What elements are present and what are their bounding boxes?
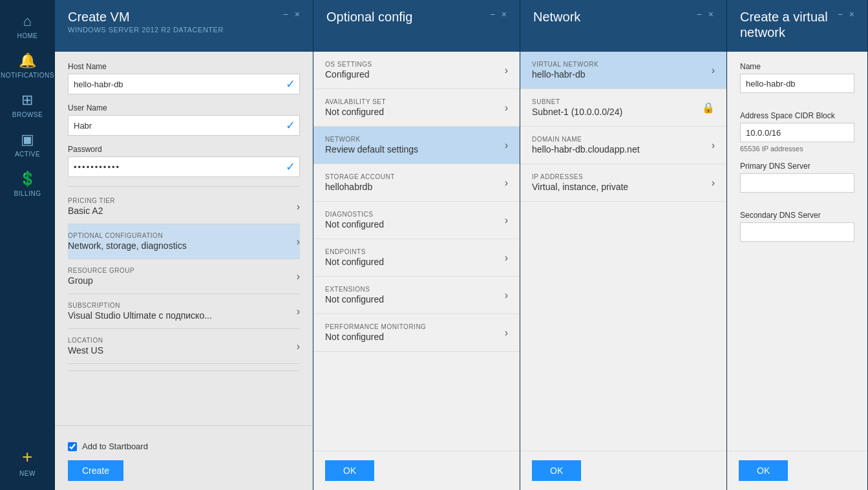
availability-set-item[interactable]: AVAILABILITY SET Not configured › <box>313 89 520 127</box>
domain-name-label: DOMAIN NAME <box>532 136 640 143</box>
optional-config-row[interactable]: OPTIONAL CONFIGURATION Network, storage,… <box>68 224 300 259</box>
notifications-icon: 🔔 <box>19 52 37 69</box>
optional-minimize-button[interactable]: − <box>490 9 495 19</box>
virtual-network-item[interactable]: VIRTUAL NETWORK hello-habr-db › <box>520 52 726 89</box>
optional-config-arrow-icon: › <box>297 236 300 248</box>
user-name-input[interactable] <box>69 118 286 133</box>
vnet-panel-header: Create a virtual network − × <box>727 0 867 52</box>
performance-monitoring-label: PERFORMANCE MONITORING <box>325 323 426 330</box>
vnet-cidr-input[interactable] <box>740 123 854 142</box>
performance-monitoring-text: PERFORMANCE MONITORING Not configured <box>325 323 426 342</box>
network-panel-title-block: Network <box>533 9 580 25</box>
subscription-label: SUBSCRIPTION <box>68 302 212 309</box>
ip-addresses-item[interactable]: IP ADDRESSES Virtual, instance, private … <box>520 164 726 202</box>
storage-account-item[interactable]: STORAGE ACCOUNT hellohabrdb › <box>313 164 520 202</box>
vnet-cidr-group: Address Space CIDR Block 65536 IP addres… <box>740 111 854 153</box>
location-row[interactable]: LOCATION West US › <box>68 329 300 364</box>
close-button[interactable]: × <box>295 9 300 19</box>
create-vm-panel: Create VM WINDOWS SERVER 2012 R2 DATACEN… <box>55 0 313 490</box>
password-input[interactable] <box>69 160 286 175</box>
startboard-row: Add to Startboard <box>68 442 300 451</box>
network-arrow-icon: › <box>505 140 508 151</box>
location-text: LOCATION West US <box>68 337 103 356</box>
optional-ok-button[interactable]: OK <box>325 460 374 481</box>
domain-name-text: DOMAIN NAME hello-habr-db.cloudapp.net <box>532 136 640 154</box>
host-name-input-wrap: ✓ <box>68 74 300 94</box>
optional-close-button[interactable]: × <box>502 9 507 19</box>
sidebar-item-notifications[interactable]: 🔔 NOTIFICATIONS <box>0 46 55 85</box>
location-value: West US <box>68 345 103 356</box>
create-vm-footer: Add to Startboard Create <box>55 425 313 490</box>
billing-icon: 💲 <box>19 171 37 187</box>
vnet-minimize-button[interactable]: − <box>838 9 843 19</box>
diagnostics-item[interactable]: DIAGNOSTICS Not configured › <box>313 202 520 239</box>
resource-group-row[interactable]: RESOURCE GROUP Group › <box>68 259 300 294</box>
vnet-ok-button[interactable]: OK <box>739 460 788 481</box>
network-ok-button[interactable]: OK <box>532 460 581 481</box>
extensions-item[interactable]: EXTENSIONS Not configured › <box>313 277 520 314</box>
vnet-panel-title: Create a virtual network <box>740 9 838 40</box>
optional-config-value: Network, storage, diagnostics <box>68 240 187 251</box>
endpoints-text: ENDPOINTS Not configured <box>325 248 384 267</box>
endpoints-item[interactable]: ENDPOINTS Not configured › <box>313 239 520 277</box>
domain-name-item[interactable]: DOMAIN NAME hello-habr-db.cloudapp.net › <box>520 127 726 164</box>
availability-set-value: Not configured <box>325 107 386 117</box>
network-minimize-button[interactable]: − <box>697 9 702 19</box>
vnet-form: Name Address Space CIDR Block 65536 IP a… <box>727 52 867 451</box>
vnet-name-input[interactable] <box>740 74 854 93</box>
subscription-row[interactable]: SUBSCRIPTION Visual Studio Ultimate с по… <box>68 294 300 329</box>
os-settings-item[interactable]: OS SETTINGS Configured › <box>313 52 520 89</box>
host-name-input[interactable] <box>69 77 286 92</box>
performance-monitoring-item[interactable]: PERFORMANCE MONITORING Not configured › <box>313 314 520 352</box>
network-item[interactable]: NETWORK Review default settings › <box>313 127 520 164</box>
user-name-label: User Name <box>68 103 300 112</box>
vnet-secondary-dns-input[interactable] <box>740 222 854 242</box>
create-vm-subtitle: WINDOWS SERVER 2012 R2 DATACENTER <box>68 26 224 34</box>
create-vm-controls: − × <box>283 9 300 19</box>
pricing-tier-value: Basic A2 <box>68 206 115 216</box>
network-panel-title: Network <box>533 9 580 25</box>
minimize-button[interactable]: − <box>283 9 288 19</box>
network-close-button[interactable]: × <box>708 9 714 19</box>
startboard-checkbox[interactable] <box>68 442 77 451</box>
pricing-tier-row[interactable]: PRICING TIER Basic A2 › <box>68 189 300 224</box>
resource-group-arrow-icon: › <box>297 271 300 282</box>
optional-config-title-block: Optional config <box>326 9 412 25</box>
pricing-tier-label: PRICING TIER <box>68 197 115 204</box>
user-name-input-wrap: ✓ <box>68 115 300 136</box>
storage-account-arrow-icon: › <box>505 177 508 189</box>
create-vm-header: Create VM WINDOWS SERVER 2012 R2 DATACEN… <box>55 0 313 52</box>
active-icon: ▣ <box>21 131 35 148</box>
network-panel-controls: − × <box>697 9 714 19</box>
create-vm-title-block: Create VM WINDOWS SERVER 2012 R2 DATACEN… <box>68 9 224 34</box>
storage-account-text: STORAGE ACCOUNT hellohabrdb <box>325 173 395 192</box>
sidebar-item-billing[interactable]: 💲 BILLING <box>0 164 55 204</box>
subnet-value: Subnet-1 (10.0.0.0/24) <box>532 107 622 117</box>
vnet-name-group: Name <box>740 62 854 102</box>
sidebar-item-active[interactable]: ▣ ACTIVE <box>0 125 55 164</box>
subnet-item[interactable]: SUBNET Subnet-1 (10.0.0.0/24) 🔒 <box>520 89 726 127</box>
user-name-check-icon: ✓ <box>286 118 299 133</box>
extensions-arrow-icon: › <box>505 290 508 301</box>
optional-config-footer: OK <box>313 451 520 490</box>
availability-set-text: AVAILABILITY SET Not configured <box>325 98 386 117</box>
performance-monitoring-arrow-icon: › <box>505 327 508 339</box>
vnet-primary-dns-input[interactable] <box>740 173 854 193</box>
virtual-network-arrow-icon: › <box>712 65 715 76</box>
vnet-secondary-dns-group: Secondary DNS Server <box>740 211 854 251</box>
vnet-close-button[interactable]: × <box>849 9 854 19</box>
virtual-network-value: hello-habr-db <box>532 69 598 80</box>
new-button[interactable]: + NEW <box>0 440 55 484</box>
domain-name-value: hello-habr-db.cloudapp.net <box>532 144 640 154</box>
sidebar-item-home[interactable]: ⌂ HOME <box>0 6 55 46</box>
location-arrow-icon: › <box>297 341 300 352</box>
diagnostics-arrow-icon: › <box>505 215 508 226</box>
sidebar-item-browse[interactable]: ⊞ BROWSE <box>0 85 55 125</box>
ip-addresses-label: IP ADDRESSES <box>532 173 628 180</box>
create-button[interactable]: Create <box>68 460 123 481</box>
sidebar-item-label: BILLING <box>14 190 41 197</box>
domain-name-arrow-icon: › <box>712 140 715 151</box>
browse-icon: ⊞ <box>21 92 34 109</box>
home-icon: ⌂ <box>23 13 32 30</box>
subnet-text: SUBNET Subnet-1 (10.0.0.0/24) <box>532 98 622 117</box>
